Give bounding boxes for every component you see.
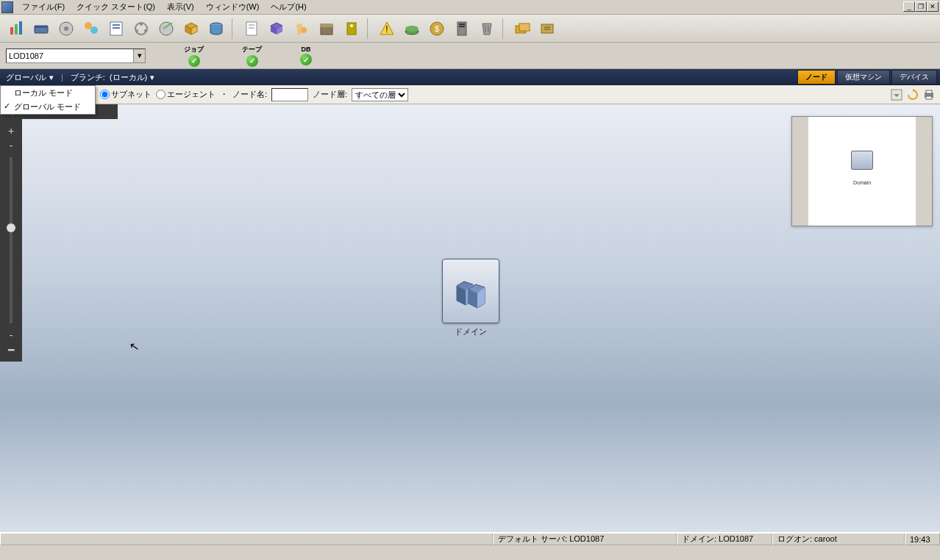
svg-rect-43	[926, 90, 932, 93]
check-icon: ✓	[300, 54, 312, 65]
print-icon[interactable]	[922, 88, 936, 101]
svg-rect-18	[246, 22, 257, 35]
tb-btn-10[interactable]	[240, 17, 263, 40]
node-tier-label: ノード層:	[313, 89, 347, 100]
mode-local[interactable]: ローカル モード	[1, 86, 95, 100]
sb-domain: ドメイン: LOD1087	[677, 533, 772, 545]
nav-global-dropdown[interactable]: グローバル ▾	[6, 72, 54, 83]
status-job: ジョブ ✓	[184, 45, 204, 67]
tb-btn-18[interactable]	[450, 17, 474, 40]
svg-rect-11	[113, 27, 120, 29]
zoom-rail: + - - ━	[0, 119, 22, 362]
tb-btn-11[interactable]	[265, 17, 288, 40]
menu-view[interactable]: 表示(V)	[161, 0, 200, 14]
svg-point-14	[135, 29, 138, 32]
svg-text:!: !	[385, 24, 388, 35]
toolbar-separator	[367, 18, 371, 39]
tb-btn-17[interactable]: $	[425, 17, 449, 40]
svg-point-8	[90, 26, 98, 34]
dropdown-icon[interactable]	[890, 88, 903, 101]
tb-btn-7[interactable]	[154, 17, 178, 40]
toolbar-separator	[502, 18, 507, 39]
svg-rect-35	[459, 26, 465, 27]
tab-device[interactable]: デバイス	[891, 70, 937, 85]
combo-arrow-icon[interactable]: ▾	[133, 49, 145, 62]
menu-quickstart[interactable]: クイック スタート(Q)	[71, 0, 161, 14]
svg-point-13	[140, 23, 143, 26]
status-db: DB ✓	[300, 46, 312, 65]
tb-btn-5[interactable]	[104, 17, 128, 40]
nav-branch-dropdown[interactable]: (ローカル) ▾	[110, 72, 154, 83]
node-name-input[interactable]	[271, 88, 308, 101]
zoom-out-button[interactable]: ━	[7, 342, 15, 357]
server-icon	[452, 273, 489, 309]
minimap[interactable]: Domain	[791, 116, 933, 226]
menu-help[interactable]: ヘルプ(H)	[265, 0, 312, 14]
zoom-in-button[interactable]: +	[7, 123, 15, 138]
close-button[interactable]: ✕	[927, 1, 939, 12]
app-icon	[1, 1, 13, 13]
tb-btn-21[interactable]	[535, 17, 559, 40]
menu-window[interactable]: ウィンドウ(W)	[200, 0, 266, 14]
canvas[interactable]: すべて表示 100% + - - ━ ドメイン	[0, 104, 940, 532]
domain-node-label: ドメイン	[442, 326, 499, 337]
svg-text:$: $	[435, 24, 439, 33]
radio-agent[interactable]: エージェント	[156, 89, 216, 100]
sub-toolbar: LOD1087 ▾ ジョブ ✓ テープ ✓ DB ✓	[0, 43, 940, 69]
server-combo[interactable]: LOD1087 ▾	[6, 49, 146, 63]
tb-btn-15[interactable]: !	[375, 17, 399, 40]
svg-rect-23	[297, 29, 302, 35]
svg-point-30	[405, 26, 419, 32]
sb-time: 19:43	[905, 533, 940, 545]
svg-rect-25	[321, 24, 332, 27]
tb-btn-3[interactable]	[54, 17, 78, 40]
zoom-slider[interactable]	[10, 157, 13, 323]
refresh-icon[interactable]	[906, 88, 919, 101]
svg-point-15	[144, 29, 147, 32]
status-bar: デフォルト サーバ: LOD1087 ドメイン: LOD1087 ログオン: c…	[0, 532, 940, 545]
restore-button[interactable]: ❐	[915, 1, 927, 12]
tab-node[interactable]: ノード	[797, 70, 836, 85]
status-tape: テープ ✓	[242, 45, 262, 67]
tb-btn-14[interactable]	[340, 17, 363, 40]
tb-btn-13[interactable]	[315, 17, 338, 40]
tb-btn-4[interactable]	[79, 17, 103, 40]
menu-file[interactable]: ファイル(F)	[16, 0, 71, 14]
domain-node[interactable]	[442, 259, 499, 323]
zoom-tick: -	[8, 328, 15, 342]
main-toolbar: ! $	[0, 15, 940, 43]
svg-point-22	[301, 27, 307, 33]
svg-rect-2	[19, 21, 22, 35]
tab-vm[interactable]: 仮想マシン	[837, 70, 890, 85]
svg-point-6	[64, 26, 68, 31]
svg-point-7	[85, 22, 92, 29]
node-tier-select[interactable]: すべての層	[352, 88, 408, 101]
mode-global[interactable]: グローバル モード	[1, 100, 95, 114]
zoom-thumb[interactable]	[7, 223, 15, 232]
filter-bar: ローカル モード グローバル モード サブネット エージェント ・ ノード名: …	[0, 85, 940, 104]
zoom-tick: -	[8, 138, 15, 153]
tb-btn-12[interactable]	[290, 17, 313, 40]
svg-rect-0	[10, 27, 13, 35]
check-icon: ✓	[246, 55, 258, 67]
tb-btn-20[interactable]	[510, 17, 534, 40]
check-icon: ✓	[188, 55, 200, 67]
svg-rect-1	[15, 24, 18, 35]
minimap-node-icon	[851, 151, 873, 170]
tb-btn-19[interactable]	[475, 17, 499, 40]
tb-btn-9[interactable]	[204, 17, 228, 40]
minimize-button[interactable]: _	[903, 1, 915, 12]
svg-rect-40	[541, 24, 553, 33]
menu-bar: ファイル(F) クイック スタート(Q) 表示(V) ウィンドウ(W) ヘルプ(…	[0, 0, 940, 15]
radio-subnet[interactable]: サブネット	[100, 89, 152, 100]
svg-rect-44	[926, 96, 932, 99]
chevron-down-icon: ▾	[150, 73, 154, 82]
svg-rect-39	[519, 24, 530, 31]
tb-btn-6[interactable]	[129, 17, 153, 40]
tb-btn-16[interactable]	[400, 17, 424, 40]
window-controls: _ ❐ ✕	[903, 1, 939, 12]
sb-default-server: デフォルト サーバ: LOD1087	[493, 533, 677, 545]
tb-btn-8[interactable]	[179, 17, 203, 40]
tb-btn-1[interactable]	[4, 17, 28, 40]
tb-btn-2[interactable]	[29, 17, 53, 40]
